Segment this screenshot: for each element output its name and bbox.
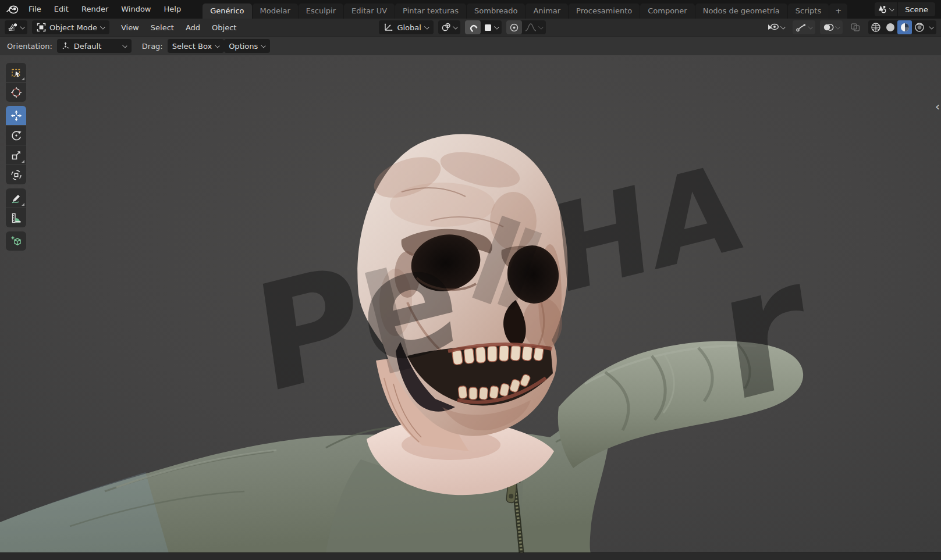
tab-scripts[interactable]: Scripts (788, 3, 829, 19)
shading-material-preview-button[interactable] (897, 20, 912, 34)
add-workspace-button[interactable]: + (829, 3, 847, 19)
tab-sombreado[interactable]: Sombreado (467, 3, 525, 19)
select-box-icon (10, 67, 22, 79)
move-icon (10, 110, 22, 122)
rendered-shading-icon (914, 22, 925, 33)
menu-window[interactable]: Window (115, 0, 157, 19)
falloff-curve-button[interactable] (522, 20, 546, 34)
tab-esculpir[interactable]: Esculpir (299, 3, 343, 19)
topbar: File Edit Render Window Help Genérico Mo… (0, 0, 941, 19)
object-visibility-icon (767, 23, 779, 32)
tool-orientation-dropdown[interactable]: Default (57, 39, 132, 53)
tool-move[interactable] (6, 106, 26, 125)
chevron-down-icon (215, 42, 220, 48)
options-label: Options (229, 42, 258, 51)
tab-nodos-geometria[interactable]: Nodos de geometría (695, 3, 787, 19)
transform-orientation-dropdown[interactable]: Global (379, 20, 433, 34)
tool-rotate[interactable] (6, 126, 26, 145)
menu-add[interactable]: Add (180, 19, 206, 37)
add-cube-icon (10, 236, 22, 247)
menu-edit[interactable]: Edit (48, 0, 75, 19)
tab-pintar-texturas[interactable]: Pintar texturas (395, 3, 466, 19)
shading-solid-button[interactable] (883, 20, 897, 34)
shading-group (868, 20, 936, 34)
tab-animar[interactable]: Animar (525, 3, 568, 19)
move-mini-icon (62, 41, 70, 51)
chevron-down-icon (889, 6, 894, 11)
shading-dropdown-button[interactable] (926, 20, 936, 34)
tool-add-cube[interactable] (6, 231, 26, 251)
tool-cursor[interactable] (6, 83, 26, 102)
pivot-point-button[interactable] (438, 20, 460, 34)
workspace-tabs: Genérico Modelar Esculpir Editar UV Pint… (203, 0, 847, 19)
chevron-down-icon (835, 24, 840, 29)
scene-selector[interactable]: Scene (875, 2, 935, 16)
menu-render[interactable]: Render (75, 0, 115, 19)
orientation-value: Global (397, 23, 421, 32)
chevron-down-icon (453, 24, 458, 29)
tool-select-box[interactable] (6, 63, 26, 82)
3d-viewport-canvas[interactable]: Pe HA r (0, 55, 941, 552)
tab-modelar[interactable]: Modelar (253, 3, 298, 19)
chevron-down-icon (494, 24, 499, 29)
editor-type-button[interactable] (5, 20, 27, 34)
tab-editar-uv[interactable]: Editar UV (344, 3, 395, 19)
snap-toggle-button[interactable] (465, 20, 481, 34)
rotate-icon (10, 130, 22, 141)
snap-group (465, 20, 502, 34)
annotate-icon (10, 192, 22, 204)
3d-viewport[interactable]: Pe HA r (0, 55, 941, 552)
transform-orientation-icon (383, 23, 393, 32)
blender-logo-icon[interactable] (5, 3, 20, 16)
drag-mode-value: Select Box (172, 42, 212, 51)
material-preview-icon (900, 22, 910, 33)
3d-cursor-icon (10, 87, 22, 98)
snap-target-icon (484, 23, 492, 32)
chevron-down-icon (538, 24, 544, 29)
chevron-down-icon (20, 24, 25, 29)
tool-annotate[interactable] (6, 188, 26, 208)
xray-toggle-button[interactable] (847, 20, 864, 34)
solid-shading-icon (885, 22, 896, 33)
status-bar (0, 552, 941, 560)
chevron-down-icon (261, 42, 266, 48)
chevron-down-icon (780, 24, 786, 29)
gizmos-button[interactable] (793, 20, 815, 34)
sidebar-toggle-arrow[interactable]: ‹ (935, 101, 940, 112)
toolbar (6, 63, 26, 251)
tool-transform[interactable] (6, 165, 26, 184)
tool-measure[interactable] (6, 208, 26, 227)
shading-wireframe-button[interactable] (868, 20, 883, 34)
drag-mode-dropdown[interactable]: Select Box (168, 39, 224, 53)
overlays-button[interactable] (820, 20, 843, 34)
object-visibility-button[interactable] (764, 20, 788, 34)
options-dropdown[interactable]: Options (224, 39, 270, 53)
overlays-icon (823, 23, 834, 32)
gizmos-icon (796, 23, 807, 32)
tab-componer[interactable]: Componer (640, 3, 694, 19)
snap-target-button[interactable] (481, 20, 502, 34)
wireframe-icon (871, 22, 881, 33)
snap-magnet-icon (468, 23, 478, 33)
mode-dropdown[interactable]: Object Mode (32, 20, 109, 34)
measure-icon (10, 212, 22, 224)
mode-value: Object Mode (49, 23, 97, 32)
tab-procesamiento[interactable]: Procesamiento (569, 3, 640, 19)
scene-name: Scene (898, 5, 935, 14)
menu-help[interactable]: Help (158, 0, 188, 19)
viewport-header: Object Mode View Select Add Object Globa… (0, 19, 941, 37)
chevron-down-icon (424, 24, 429, 29)
chevron-down-icon (929, 24, 934, 29)
shading-rendered-button[interactable] (912, 20, 926, 34)
tool-scale[interactable] (6, 145, 26, 165)
editor-3d-viewport-icon (8, 23, 19, 33)
chevron-down-icon (122, 42, 127, 48)
tab-generico[interactable]: Genérico (203, 3, 251, 19)
menu-file[interactable]: File (22, 0, 48, 19)
pivot-point-icon (441, 23, 452, 32)
proportional-editing-button[interactable] (506, 20, 522, 34)
menu-select[interactable]: Select (145, 19, 180, 37)
menu-view[interactable]: View (115, 19, 145, 37)
menu-object[interactable]: Object (206, 19, 242, 37)
orientation-label: Orientation: (7, 42, 52, 51)
